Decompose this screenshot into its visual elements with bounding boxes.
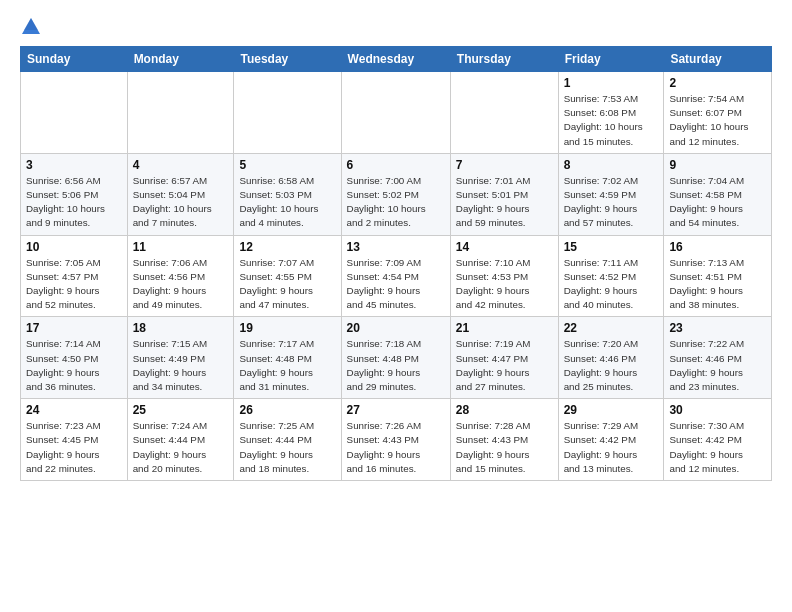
logo-icon xyxy=(20,16,42,38)
weekday-header-thursday: Thursday xyxy=(450,47,558,72)
day-detail: Sunrise: 7:04 AM Sunset: 4:58 PM Dayligh… xyxy=(669,174,766,231)
weekday-header-row: SundayMondayTuesdayWednesdayThursdayFrid… xyxy=(21,47,772,72)
day-number: 12 xyxy=(239,240,335,254)
day-detail: Sunrise: 7:15 AM Sunset: 4:49 PM Dayligh… xyxy=(133,337,229,394)
day-number: 22 xyxy=(564,321,659,335)
day-detail: Sunrise: 7:22 AM Sunset: 4:46 PM Dayligh… xyxy=(669,337,766,394)
calendar-cell: 12Sunrise: 7:07 AM Sunset: 4:55 PM Dayli… xyxy=(234,235,341,317)
day-number: 10 xyxy=(26,240,122,254)
day-number: 17 xyxy=(26,321,122,335)
day-number: 8 xyxy=(564,158,659,172)
calendar-cell: 19Sunrise: 7:17 AM Sunset: 4:48 PM Dayli… xyxy=(234,317,341,399)
calendar-cell: 5Sunrise: 6:58 AM Sunset: 5:03 PM Daylig… xyxy=(234,153,341,235)
day-detail: Sunrise: 7:20 AM Sunset: 4:46 PM Dayligh… xyxy=(564,337,659,394)
calendar-cell: 7Sunrise: 7:01 AM Sunset: 5:01 PM Daylig… xyxy=(450,153,558,235)
calendar-cell: 1Sunrise: 7:53 AM Sunset: 6:08 PM Daylig… xyxy=(558,72,664,154)
weekday-header-sunday: Sunday xyxy=(21,47,128,72)
calendar-cell: 20Sunrise: 7:18 AM Sunset: 4:48 PM Dayli… xyxy=(341,317,450,399)
day-number: 13 xyxy=(347,240,445,254)
day-detail: Sunrise: 7:13 AM Sunset: 4:51 PM Dayligh… xyxy=(669,256,766,313)
day-number: 18 xyxy=(133,321,229,335)
day-detail: Sunrise: 6:58 AM Sunset: 5:03 PM Dayligh… xyxy=(239,174,335,231)
weekday-header-monday: Monday xyxy=(127,47,234,72)
day-detail: Sunrise: 7:11 AM Sunset: 4:52 PM Dayligh… xyxy=(564,256,659,313)
weekday-header-tuesday: Tuesday xyxy=(234,47,341,72)
day-number: 9 xyxy=(669,158,766,172)
calendar-cell: 15Sunrise: 7:11 AM Sunset: 4:52 PM Dayli… xyxy=(558,235,664,317)
day-number: 1 xyxy=(564,76,659,90)
day-detail: Sunrise: 7:28 AM Sunset: 4:43 PM Dayligh… xyxy=(456,419,553,476)
day-number: 4 xyxy=(133,158,229,172)
calendar-cell: 13Sunrise: 7:09 AM Sunset: 4:54 PM Dayli… xyxy=(341,235,450,317)
day-detail: Sunrise: 7:23 AM Sunset: 4:45 PM Dayligh… xyxy=(26,419,122,476)
weekday-header-wednesday: Wednesday xyxy=(341,47,450,72)
weekday-header-friday: Friday xyxy=(558,47,664,72)
day-number: 16 xyxy=(669,240,766,254)
week-row-3: 10Sunrise: 7:05 AM Sunset: 4:57 PM Dayli… xyxy=(21,235,772,317)
day-number: 24 xyxy=(26,403,122,417)
calendar-cell: 11Sunrise: 7:06 AM Sunset: 4:56 PM Dayli… xyxy=(127,235,234,317)
calendar-cell: 2Sunrise: 7:54 AM Sunset: 6:07 PM Daylig… xyxy=(664,72,772,154)
day-number: 19 xyxy=(239,321,335,335)
logo xyxy=(20,16,46,38)
calendar-cell xyxy=(21,72,128,154)
day-number: 28 xyxy=(456,403,553,417)
day-detail: Sunrise: 7:09 AM Sunset: 4:54 PM Dayligh… xyxy=(347,256,445,313)
day-number: 30 xyxy=(669,403,766,417)
day-detail: Sunrise: 7:10 AM Sunset: 4:53 PM Dayligh… xyxy=(456,256,553,313)
day-detail: Sunrise: 7:07 AM Sunset: 4:55 PM Dayligh… xyxy=(239,256,335,313)
calendar-cell: 25Sunrise: 7:24 AM Sunset: 4:44 PM Dayli… xyxy=(127,399,234,481)
calendar-cell xyxy=(341,72,450,154)
day-detail: Sunrise: 7:18 AM Sunset: 4:48 PM Dayligh… xyxy=(347,337,445,394)
day-number: 15 xyxy=(564,240,659,254)
day-detail: Sunrise: 7:54 AM Sunset: 6:07 PM Dayligh… xyxy=(669,92,766,149)
calendar-cell: 21Sunrise: 7:19 AM Sunset: 4:47 PM Dayli… xyxy=(450,317,558,399)
calendar-cell: 29Sunrise: 7:29 AM Sunset: 4:42 PM Dayli… xyxy=(558,399,664,481)
day-number: 2 xyxy=(669,76,766,90)
day-detail: Sunrise: 7:30 AM Sunset: 4:42 PM Dayligh… xyxy=(669,419,766,476)
page-container: SundayMondayTuesdayWednesdayThursdayFrid… xyxy=(0,0,792,491)
week-row-4: 17Sunrise: 7:14 AM Sunset: 4:50 PM Dayli… xyxy=(21,317,772,399)
day-number: 25 xyxy=(133,403,229,417)
calendar-cell: 27Sunrise: 7:26 AM Sunset: 4:43 PM Dayli… xyxy=(341,399,450,481)
day-detail: Sunrise: 7:53 AM Sunset: 6:08 PM Dayligh… xyxy=(564,92,659,149)
day-detail: Sunrise: 7:02 AM Sunset: 4:59 PM Dayligh… xyxy=(564,174,659,231)
day-number: 21 xyxy=(456,321,553,335)
calendar-cell: 26Sunrise: 7:25 AM Sunset: 4:44 PM Dayli… xyxy=(234,399,341,481)
day-number: 3 xyxy=(26,158,122,172)
day-number: 23 xyxy=(669,321,766,335)
calendar-cell: 24Sunrise: 7:23 AM Sunset: 4:45 PM Dayli… xyxy=(21,399,128,481)
calendar-table: SundayMondayTuesdayWednesdayThursdayFrid… xyxy=(20,46,772,481)
week-row-2: 3Sunrise: 6:56 AM Sunset: 5:06 PM Daylig… xyxy=(21,153,772,235)
day-detail: Sunrise: 7:06 AM Sunset: 4:56 PM Dayligh… xyxy=(133,256,229,313)
day-detail: Sunrise: 7:00 AM Sunset: 5:02 PM Dayligh… xyxy=(347,174,445,231)
calendar-cell: 4Sunrise: 6:57 AM Sunset: 5:04 PM Daylig… xyxy=(127,153,234,235)
day-number: 7 xyxy=(456,158,553,172)
day-detail: Sunrise: 7:25 AM Sunset: 4:44 PM Dayligh… xyxy=(239,419,335,476)
day-number: 5 xyxy=(239,158,335,172)
day-detail: Sunrise: 7:14 AM Sunset: 4:50 PM Dayligh… xyxy=(26,337,122,394)
calendar-cell: 23Sunrise: 7:22 AM Sunset: 4:46 PM Dayli… xyxy=(664,317,772,399)
header xyxy=(20,16,772,38)
day-detail: Sunrise: 7:05 AM Sunset: 4:57 PM Dayligh… xyxy=(26,256,122,313)
day-number: 29 xyxy=(564,403,659,417)
calendar-cell: 9Sunrise: 7:04 AM Sunset: 4:58 PM Daylig… xyxy=(664,153,772,235)
day-number: 26 xyxy=(239,403,335,417)
weekday-header-saturday: Saturday xyxy=(664,47,772,72)
day-detail: Sunrise: 7:24 AM Sunset: 4:44 PM Dayligh… xyxy=(133,419,229,476)
day-number: 11 xyxy=(133,240,229,254)
day-detail: Sunrise: 7:26 AM Sunset: 4:43 PM Dayligh… xyxy=(347,419,445,476)
calendar-cell: 18Sunrise: 7:15 AM Sunset: 4:49 PM Dayli… xyxy=(127,317,234,399)
day-detail: Sunrise: 7:29 AM Sunset: 4:42 PM Dayligh… xyxy=(564,419,659,476)
day-detail: Sunrise: 6:57 AM Sunset: 5:04 PM Dayligh… xyxy=(133,174,229,231)
calendar-cell xyxy=(127,72,234,154)
calendar-cell xyxy=(450,72,558,154)
calendar-cell: 17Sunrise: 7:14 AM Sunset: 4:50 PM Dayli… xyxy=(21,317,128,399)
calendar-cell: 30Sunrise: 7:30 AM Sunset: 4:42 PM Dayli… xyxy=(664,399,772,481)
calendar-cell: 14Sunrise: 7:10 AM Sunset: 4:53 PM Dayli… xyxy=(450,235,558,317)
calendar-cell: 10Sunrise: 7:05 AM Sunset: 4:57 PM Dayli… xyxy=(21,235,128,317)
day-detail: Sunrise: 7:17 AM Sunset: 4:48 PM Dayligh… xyxy=(239,337,335,394)
calendar-cell: 8Sunrise: 7:02 AM Sunset: 4:59 PM Daylig… xyxy=(558,153,664,235)
day-detail: Sunrise: 7:01 AM Sunset: 5:01 PM Dayligh… xyxy=(456,174,553,231)
day-number: 20 xyxy=(347,321,445,335)
